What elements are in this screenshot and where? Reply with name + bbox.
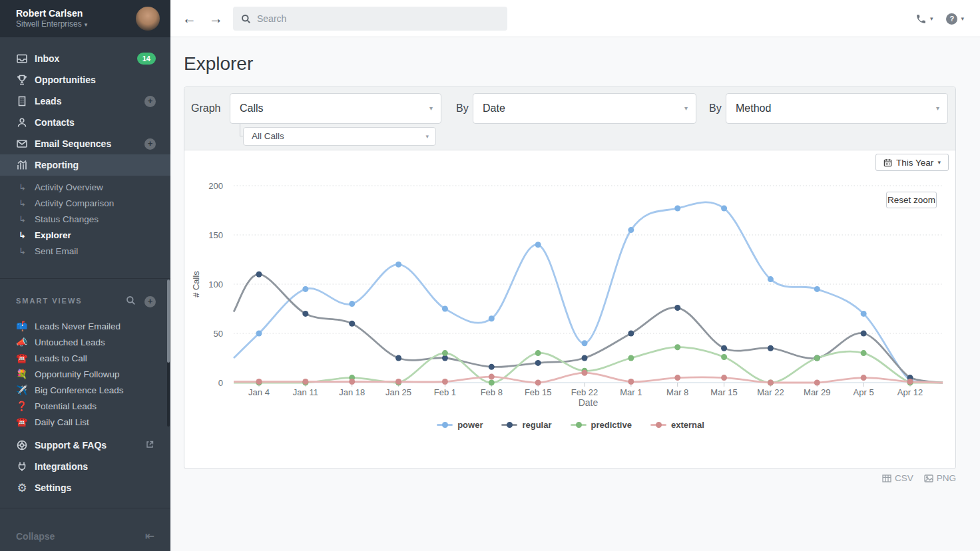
airplane-icon: ✈️: [16, 385, 35, 395]
phone-menu[interactable]: ▾: [911, 9, 937, 29]
search-box[interactable]: [233, 7, 507, 31]
sidebar-item-label: Integrations: [35, 461, 88, 472]
smart-view-potential-leads[interactable]: ❓Potential Leads: [0, 398, 170, 414]
svg-text:100: 100: [208, 279, 223, 289]
legend-item-power[interactable]: power: [437, 420, 483, 430]
smart-views-search-icon[interactable]: [126, 295, 136, 308]
sidebar-item-opportunities[interactable]: Opportunities: [0, 69, 170, 91]
topbar: ← → ▾ ? ▾: [170, 0, 980, 37]
smart-view-leads-never-emailed[interactable]: 📫Leads Never Emailed: [0, 318, 170, 334]
caret-down-icon: ▾: [936, 94, 939, 123]
collapse-sidebar-button[interactable]: Collapse ⇤: [0, 521, 170, 551]
svg-text:Jan 25: Jan 25: [385, 387, 411, 397]
smart-view-opportunity-followup[interactable]: 💐Opportunity Followup: [0, 366, 170, 382]
legend-marker-icon: [501, 424, 517, 426]
forward-button[interactable]: →: [209, 9, 223, 28]
org-name: Sitwell Enterprises▾: [16, 19, 87, 29]
sidebar-item-label: Contacts: [35, 117, 75, 128]
add-lead-button[interactable]: +: [144, 96, 156, 107]
sidebar-item-label: Inbox: [35, 53, 59, 64]
smart-view-daily-call-list[interactable]: ☎️Daily Call List: [0, 414, 170, 427]
smart-view-label: Opportunity Followup: [35, 369, 120, 379]
group-by-select[interactable]: Date▾: [473, 93, 696, 124]
primary-nav: Inbox 14 Opportunities Leads + Contacts: [0, 48, 170, 176]
smart-view-label: Big Conference Leads: [35, 385, 124, 395]
legend-dot-icon: [442, 422, 448, 428]
submenu-item-sent-email[interactable]: ↳Sent Email: [0, 243, 170, 259]
sidebar-item-email-sequences[interactable]: Email Sequences +: [0, 133, 170, 154]
smart-view-big-conference-leads[interactable]: ✈️Big Conference Leads: [0, 382, 170, 398]
inbox-icon: [16, 53, 28, 65]
export-csv-button[interactable]: CSV: [882, 473, 913, 483]
add-smart-view-button[interactable]: +: [144, 296, 156, 307]
segment-by-select[interactable]: Method▾: [726, 93, 948, 124]
submenu-label: Status Changes: [35, 214, 99, 224]
submenu-item-status-changes[interactable]: ↳Status Changes: [0, 211, 170, 227]
submenu-label: Sent Email: [35, 246, 78, 256]
svg-text:Feb 15: Feb 15: [525, 387, 551, 397]
submenu-item-activity-comparison[interactable]: ↳Activity Comparison: [0, 195, 170, 211]
inbox-count-badge: 14: [137, 53, 156, 65]
search-icon: [241, 14, 251, 24]
life-ring-icon: [16, 439, 28, 451]
svg-text:Feb 1: Feb 1: [434, 387, 456, 397]
select-value: Calls: [240, 102, 264, 114]
sidebar-item-label: Email Sequences: [35, 138, 111, 149]
export-label: CSV: [895, 473, 913, 483]
smart-views-list: 📫Leads Never Emailed 📣Untouched Leads ☎️…: [0, 318, 170, 427]
sidebar-item-label: Support & FAQs: [35, 440, 107, 451]
legend-marker-icon: [571, 424, 587, 426]
chart-legend: powerregularpredictiveexternal: [184, 420, 957, 430]
telephone-icon: ☎️: [16, 417, 35, 427]
image-icon: [924, 474, 933, 482]
sub-arrow-icon: ↳: [19, 182, 35, 192]
svg-text:0: 0: [218, 378, 223, 388]
svg-text:Mar 1: Mar 1: [620, 387, 642, 397]
smart-view-untouched-leads[interactable]: 📣Untouched Leads: [0, 334, 170, 350]
sidebar-item-inbox[interactable]: Inbox 14: [0, 48, 170, 69]
legend-item-predictive[interactable]: predictive: [571, 420, 632, 430]
legend-dot-icon: [656, 422, 662, 428]
person-icon: [16, 116, 28, 128]
caret-down-icon: ▾: [684, 94, 688, 123]
bar-chart-icon: [16, 159, 28, 171]
submenu-item-activity-overview[interactable]: ↳Activity Overview: [0, 179, 170, 195]
svg-text:Jan 4: Jan 4: [248, 387, 270, 397]
sidebar-item-settings[interactable]: ⚙ Settings: [0, 477, 170, 498]
by-label: By: [709, 93, 722, 124]
explorer-chart[interactable]: 050100150200Jan 4Jan 11Jan 18Jan 25Feb 1…: [184, 150, 957, 420]
sidebar-item-reporting[interactable]: Reporting: [0, 154, 170, 176]
select-value: Method: [736, 102, 771, 114]
svg-text:200: 200: [208, 181, 223, 191]
sidebar-item-leads[interactable]: Leads +: [0, 91, 170, 112]
help-menu[interactable]: ? ▾: [942, 9, 968, 29]
by-label: By: [456, 93, 469, 124]
svg-text:Mar 22: Mar 22: [757, 387, 784, 397]
page-title: Explorer: [184, 53, 253, 75]
add-sequence-button[interactable]: +: [144, 138, 156, 150]
back-button[interactable]: ←: [182, 9, 196, 28]
graph-type-select[interactable]: Calls▾: [230, 93, 441, 124]
search-input[interactable]: [257, 13, 497, 24]
smart-view-label: Leads to Call: [35, 353, 87, 363]
sidebar-item-support[interactable]: Support & FAQs: [0, 435, 170, 456]
avatar[interactable]: [136, 7, 160, 31]
account-switcher[interactable]: Robert Carlsen Sitwell Enterprises▾: [0, 0, 170, 37]
sidebar-item-integrations[interactable]: Integrations: [0, 456, 170, 477]
submenu-item-explorer[interactable]: ↳Explorer: [0, 227, 170, 243]
legend-label: regular: [522, 420, 551, 430]
sidebar-item-contacts[interactable]: Contacts: [0, 112, 170, 133]
sidebar-scrollbar[interactable]: [167, 279, 170, 363]
legend-item-external[interactable]: external: [650, 420, 704, 430]
reset-zoom-button[interactable]: Reset zoom: [886, 192, 937, 208]
export-png-button[interactable]: PNG: [924, 473, 956, 483]
svg-text:150: 150: [208, 230, 223, 240]
call-filter-select[interactable]: All Calls▾: [243, 127, 436, 146]
filter-panel: Graph Calls▾ By Date▾ By Method▾ All Cal…: [184, 87, 955, 150]
smart-view-leads-to-call[interactable]: ☎️Leads to Call: [0, 350, 170, 366]
smart-view-label: Daily Call List: [35, 417, 89, 427]
telephone-icon: ☎️: [16, 353, 35, 363]
sub-arrow-icon: ↳: [19, 230, 35, 240]
main-content: ← → ▾ ? ▾ Explorer Graph Calls▾ By Date▾…: [170, 0, 980, 551]
legend-item-regular[interactable]: regular: [501, 420, 551, 430]
